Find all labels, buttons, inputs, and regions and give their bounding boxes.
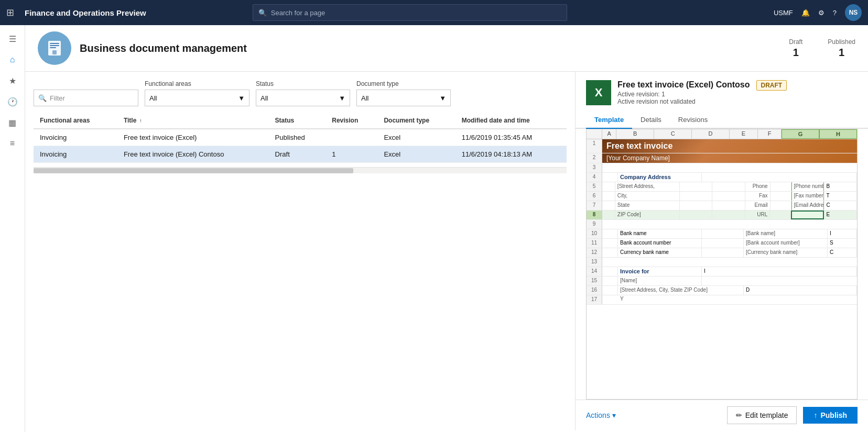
cell-modified: 11/6/2019 01:35:45 AM [455, 129, 567, 146]
sidebar-favorite-icon[interactable]: ★ [3, 71, 22, 90]
sidebar-recent-icon[interactable]: 🕐 [3, 92, 22, 111]
cell-8f [770, 211, 791, 219]
draft-label: Draft [789, 38, 802, 46]
row-num-12: 12 [587, 248, 602, 257]
grid-icon[interactable]: ⊞ [6, 7, 14, 18]
sidebar-list-icon[interactable]: ≡ [3, 134, 22, 153]
publish-button[interactable]: ↑ Publish [803, 407, 858, 424]
scroll-thumb [34, 168, 353, 173]
excel-row-5: 5 [Street Address, Phone [Phone number] … [587, 182, 857, 192]
cell-revision: 1 [326, 146, 377, 163]
document-type-select[interactable]: All ▼ [356, 90, 451, 106]
search-bar[interactable]: 🔍 Search for a page [253, 4, 567, 21]
col-title[interactable]: Title ↑ [117, 113, 269, 129]
cell-functional-areas: Invoicing [34, 129, 117, 146]
left-sidebar: ☰ ⌂ ★ 🕐 ▦ ≡ [0, 25, 25, 432]
cell-5h: B [824, 182, 857, 191]
cell-11d: [Bank account number] [744, 239, 828, 248]
settings-icon[interactable]: ⚙ [818, 9, 824, 17]
edit-template-label: Edit template [745, 411, 788, 419]
row-num-9: 9 [587, 220, 602, 229]
cell-8c [680, 211, 713, 219]
sidebar-home-icon[interactable]: ⌂ [3, 50, 22, 69]
cell-status: Draft [269, 146, 326, 163]
table-row[interactable]: Invoicing Free text invoice (Excel) Publ… [34, 129, 567, 146]
excel-body: 1 Free text invoice 2 [Your Company Name… [587, 139, 857, 305]
status-select[interactable]: All ▼ [256, 90, 350, 106]
col-revision[interactable]: Revision [326, 113, 377, 129]
doc-info: Free text invoice (Excel) Contoso Active… [617, 80, 750, 105]
cell-12c [702, 248, 744, 257]
notifications-icon[interactable]: 🔔 [801, 9, 810, 17]
company-selector[interactable]: USMF [774, 9, 793, 17]
table-row[interactable]: Invoicing Free text invoice (Excel) Cont… [34, 146, 567, 163]
actions-label: Actions [586, 411, 610, 419]
edit-template-button[interactable]: ✏ Edit template [727, 406, 797, 424]
document-type-filter: Document type All ▼ [356, 80, 451, 106]
col-functional-areas[interactable]: Functional areas [34, 113, 117, 129]
table-scrollbar[interactable] [34, 167, 567, 173]
avatar[interactable]: NS [845, 4, 862, 21]
functional-areas-select[interactable]: All ▼ [145, 90, 249, 106]
cell-6b: City, [615, 192, 680, 201]
functional-areas-filter: Functional areas All ▼ [145, 80, 249, 106]
col-g: G [782, 129, 819, 139]
cell-11e: S [828, 239, 857, 248]
col-modified[interactable]: Modified date and time [455, 113, 567, 129]
cell-9-empty [602, 220, 857, 229]
row-num-15: 15 [587, 276, 602, 285]
col-status[interactable]: Status [269, 113, 326, 129]
help-icon[interactable]: ? [833, 9, 837, 17]
cell-12b: Currency bank name [618, 248, 702, 257]
excel-row-3: 3 [587, 163, 857, 173]
doc-revision-note: Active revision not validated [617, 98, 750, 105]
cell-6h: T [824, 192, 857, 201]
row-num-16: 16 [587, 286, 602, 295]
cell-15c [702, 276, 857, 285]
cell-14a [602, 267, 618, 276]
actions-button[interactable]: Actions ▾ [586, 408, 616, 423]
cell-15b: [Name] [618, 276, 702, 285]
cell-functional-areas: Invoicing [34, 146, 117, 163]
cell-6f [771, 192, 791, 201]
cell-7g: [Email Address] [791, 201, 824, 210]
cell-13-empty [602, 258, 857, 267]
col-c: C [654, 129, 692, 139]
excel-row-10: 10 Bank name [Bank name] I [587, 229, 857, 239]
filter-search-icon: 🔍 [38, 94, 47, 102]
sidebar-menu-icon[interactable]: ☰ [3, 29, 22, 48]
row-num-6: 6 [587, 192, 602, 201]
tab-details[interactable]: Details [632, 112, 670, 129]
cell-5g: [Phone number] [791, 182, 824, 191]
chevron-down-icon-4: ▾ [612, 411, 616, 419]
tab-revisions[interactable]: Revisions [670, 112, 716, 129]
cell-6e: Fax [745, 192, 771, 201]
company-name-field: [Your Company Name] [606, 154, 670, 162]
cell-8d [712, 211, 745, 219]
cell-7h: C [824, 201, 857, 210]
excel-row-7: 7 State Email [Email Address] C [587, 201, 857, 211]
chevron-down-icon: ▼ [238, 94, 245, 102]
excel-row-9: 9 [587, 220, 857, 229]
excel-row-17: 17 Y [587, 295, 857, 305]
col-f: F [758, 129, 782, 139]
cell-16a [602, 286, 618, 295]
filters-row: 🔍 Filter Functional areas All ▼ Status A… [34, 80, 567, 106]
cell-11b: Bank account number [618, 239, 702, 248]
col-document-type[interactable]: Document type [377, 113, 455, 129]
col-d: D [692, 129, 730, 139]
cell-10a [602, 229, 618, 238]
published-label: Published [828, 38, 855, 46]
sidebar-workspaces-icon[interactable]: ▦ [3, 113, 22, 132]
search-icon: 🔍 [258, 9, 267, 17]
page-title: Business document management [80, 42, 247, 54]
svg-rect-3 [50, 47, 56, 48]
cell-14c: I [702, 267, 857, 276]
published-stat: Published 1 [828, 38, 855, 59]
filter-input[interactable]: 🔍 Filter [34, 90, 138, 106]
doc-title: Free text invoice (Excel) Contoso [617, 80, 750, 90]
cell-4c [702, 173, 857, 182]
documents-table: Functional areas Title ↑ Status Revision… [34, 113, 567, 163]
tab-template[interactable]: Template [586, 112, 632, 129]
cell-14b: Invoice for [618, 267, 702, 276]
